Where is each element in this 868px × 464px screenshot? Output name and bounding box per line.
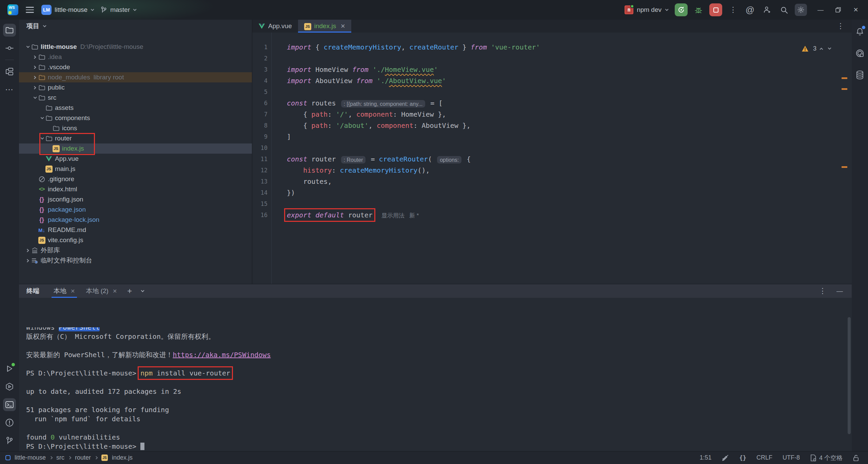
tree-item-外部库[interactable]: 外部库: [19, 245, 252, 255]
indent-widget[interactable]: 4 个空格: [810, 454, 843, 462]
breadcrumb-project[interactable]: little-mouse: [15, 454, 46, 461]
prev-warning-icon[interactable]: [820, 48, 823, 51]
caret-position[interactable]: 1:51: [699, 454, 711, 461]
project-panel-header[interactable]: 项目: [19, 20, 252, 33]
problems-tool-button[interactable]: [3, 416, 16, 429]
project-tool-button[interactable]: [3, 24, 16, 37]
run-tool-button[interactable]: [3, 362, 16, 375]
git-tool-button[interactable]: [3, 434, 16, 447]
terminal-tool-button[interactable]: [3, 398, 16, 411]
tree-item-package.json[interactable]: {}package.json: [19, 205, 252, 215]
tree-item-node_modules[interactable]: node_moduleslibrary root: [19, 72, 252, 82]
terminal-output[interactable]: Windows PowerShell版权所有（C） Microsoft Corp…: [19, 298, 852, 451]
readonly-toggle[interactable]: [853, 454, 859, 462]
editor-tab-index.js[interactable]: JSindex.js✕: [298, 20, 352, 33]
tree-item-.vscode[interactable]: .vscode: [19, 62, 252, 72]
tree-item-public[interactable]: public: [19, 82, 252, 93]
tree-item-jsconfig.json[interactable]: {}jsconfig.json: [19, 194, 252, 205]
tree-item-package-lock.json[interactable]: {}package-lock.json: [19, 215, 252, 225]
tree-item-App.vue[interactable]: App.vue: [19, 154, 252, 164]
code-with-me-button[interactable]: [761, 4, 773, 16]
error-stripe-mark[interactable]: [842, 88, 847, 90]
chevron-down-icon[interactable]: [26, 44, 30, 48]
line-number: 12: [252, 165, 271, 176]
search-everywhere-button[interactable]: [778, 4, 790, 16]
lib-icon: [31, 247, 38, 253]
structure-tool-button[interactable]: [3, 65, 16, 78]
stop-button[interactable]: [709, 3, 722, 16]
git-branch-icon: [5, 436, 14, 445]
tree-item-src[interactable]: src: [19, 93, 252, 103]
tree-item-index.js[interactable]: JSindex.js: [19, 143, 252, 154]
tree-item-main.js[interactable]: JSmain.js: [19, 164, 252, 174]
chevron-right-icon[interactable]: [33, 65, 36, 69]
terminal-title[interactable]: 终端: [19, 284, 48, 298]
tree-item-icons[interactable]: icons: [19, 123, 252, 133]
tree-item-components[interactable]: components: [19, 113, 252, 123]
tree-item-临时文件和控制台[interactable]: 临时文件和控制台: [19, 255, 252, 266]
new-terminal-tab-button[interactable]: +: [122, 284, 137, 298]
editor-tab-App.vue[interactable]: App.vue: [252, 20, 298, 33]
close-tab-icon[interactable]: ✕: [71, 288, 75, 294]
breadcrumb-src[interactable]: src: [56, 454, 64, 461]
breadcrumb-file[interactable]: index.js: [112, 454, 133, 461]
chevron-right-icon[interactable]: [33, 55, 36, 59]
tree-item-.gitignore[interactable]: .gitignore: [19, 174, 252, 184]
breadcrumb-router[interactable]: router: [75, 454, 91, 461]
tree-item-router[interactable]: router: [19, 133, 252, 143]
code-editor[interactable]: 12345678910111213141516 import { createM…: [252, 33, 852, 284]
chevron-down-icon[interactable]: [34, 95, 37, 99]
warning-icon: [802, 45, 809, 52]
window-minimize-button[interactable]: —: [812, 2, 829, 17]
line-separator-widget[interactable]: CRLF: [756, 454, 772, 461]
error-stripe-mark[interactable]: [842, 77, 847, 79]
terminal-hide-button[interactable]: —: [836, 287, 843, 295]
chevron-down-icon[interactable]: [41, 116, 44, 119]
code-line-15: [287, 198, 852, 210]
line-number: 1: [252, 42, 271, 53]
window-close-button[interactable]: ✕: [847, 2, 865, 17]
window-restore-button[interactable]: [829, 2, 847, 17]
terminal-tab-本地 (2)[interactable]: 本地 (2)✕: [80, 284, 122, 298]
main-menu-icon[interactable]: [26, 7, 34, 13]
terminal-tab-dropdown[interactable]: [137, 284, 147, 298]
debug-button[interactable]: [692, 4, 705, 16]
tree-item-assets[interactable]: assets: [19, 103, 252, 113]
close-tab-icon[interactable]: ✕: [340, 23, 345, 30]
encoding-widget[interactable]: UTF-8: [783, 454, 800, 461]
chevron-right-icon[interactable]: [26, 259, 29, 262]
error-stripe-mark[interactable]: [842, 166, 847, 168]
rerun-button[interactable]: [675, 3, 688, 16]
code-style-widget[interactable]: {}: [739, 455, 746, 461]
tree-item-index.html[interactable]: <>index.html: [19, 184, 252, 194]
inspections-widget[interactable]: 3: [802, 43, 830, 54]
editor-tab-options-button[interactable]: ⋮: [837, 20, 852, 33]
database-button[interactable]: [853, 69, 866, 81]
terminal-more-button[interactable]: ⋮: [819, 287, 826, 295]
notifications-button[interactable]: [853, 25, 866, 38]
settings-button[interactable]: [795, 4, 807, 16]
vcs-branch-widget[interactable]: master: [100, 6, 135, 14]
chevron-right-icon[interactable]: [33, 76, 36, 79]
close-tab-icon[interactable]: ✕: [113, 288, 117, 294]
ai-disabled-button[interactable]: [722, 454, 729, 462]
tree-item-vite.config.js[interactable]: JSvite.config.js: [19, 235, 252, 245]
services-tool-button[interactable]: [3, 380, 16, 393]
ai-chat-button[interactable]: [853, 47, 866, 60]
more-tool-windows-button[interactable]: ⋯: [3, 83, 16, 96]
chevron-right-icon[interactable]: [33, 86, 36, 89]
project-widget[interactable]: LM little-mouse: [41, 5, 93, 15]
chevron-down-icon[interactable]: [41, 136, 44, 139]
commit-tool-button[interactable]: [3, 42, 16, 55]
tree-item-README.md[interactable]: M↓README.md: [19, 225, 252, 235]
tree-item-little-mouse[interactable]: little-mouseD:\Project\little-mouse: [19, 42, 252, 52]
chevron-right-icon[interactable]: [26, 249, 29, 252]
run-configuration-widget[interactable]: n npm dev: [625, 5, 667, 14]
terminal-scrollbar[interactable]: [848, 317, 851, 434]
ai-assistant-button[interactable]: @: [744, 4, 756, 16]
more-actions-button[interactable]: ⋮: [727, 4, 739, 16]
terminal-tab-本地[interactable]: 本地✕: [48, 284, 80, 298]
tree-item-.idea[interactable]: .idea: [19, 52, 252, 62]
title-bar: WS LM little-mouse master n npm dev: [0, 0, 868, 20]
line-number: 13: [252, 176, 271, 187]
